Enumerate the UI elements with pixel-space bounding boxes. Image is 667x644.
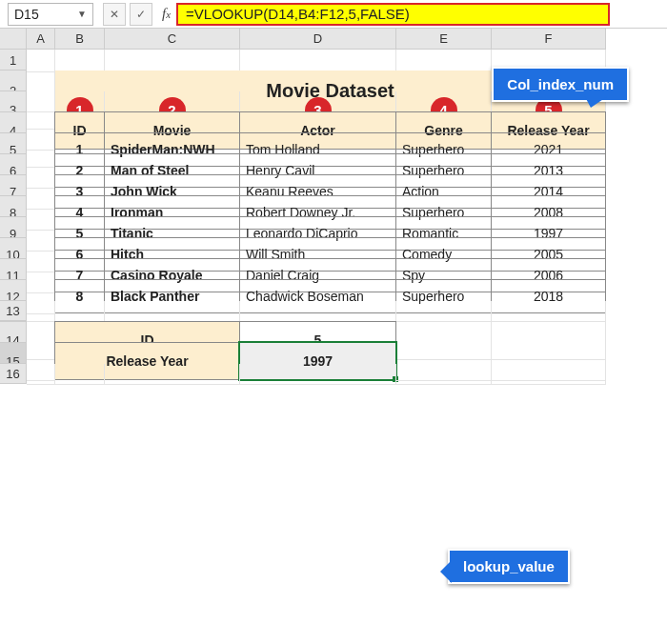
- cell[interactable]: [492, 364, 606, 385]
- formula-input[interactable]: =VLOOKUP(D14,B4:F12,5,FALSE): [176, 3, 610, 26]
- col-header-E[interactable]: E: [395, 28, 492, 50]
- cell[interactable]: [396, 364, 492, 385]
- cell[interactable]: [27, 50, 55, 72]
- callout-text: Col_index_num: [507, 76, 614, 92]
- callout-text: lookup_value: [463, 558, 555, 574]
- cell[interactable]: [27, 301, 55, 322]
- cell[interactable]: [105, 301, 240, 322]
- cell[interactable]: [240, 364, 396, 385]
- col-header-B[interactable]: B: [54, 28, 105, 50]
- callout-col-index-num: Col_index_num: [492, 67, 629, 102]
- cell[interactable]: [240, 50, 396, 72]
- col-header-D[interactable]: D: [239, 28, 396, 50]
- col-header-F[interactable]: F: [491, 28, 606, 50]
- row-header-16[interactable]: 16: [0, 363, 27, 384]
- col-header-C[interactable]: C: [104, 28, 240, 50]
- cell[interactable]: [105, 50, 240, 72]
- col-header-A[interactable]: A: [26, 28, 55, 50]
- callout-lookup-value: lookup_value: [448, 549, 570, 584]
- cancel-formula-icon[interactable]: ✕: [103, 3, 126, 26]
- formula-text: =VLOOKUP(D14,B4:F12,5,FALSE): [186, 6, 410, 22]
- cell[interactable]: [27, 364, 55, 385]
- cell[interactable]: [105, 364, 240, 385]
- name-box[interactable]: D15 ▼: [8, 3, 93, 26]
- select-all-corner[interactable]: [0, 28, 27, 50]
- accept-formula-icon[interactable]: ✓: [130, 3, 152, 26]
- row-header-13[interactable]: 13: [0, 300, 27, 321]
- chevron-down-icon[interactable]: ▼: [77, 9, 87, 19]
- fx-icon[interactable]: fx: [162, 6, 171, 22]
- row-header-1[interactable]: 1: [0, 49, 27, 71]
- cell[interactable]: [55, 301, 105, 322]
- cell[interactable]: [396, 301, 492, 322]
- name-box-value: D15: [14, 7, 39, 22]
- cell[interactable]: [55, 364, 105, 385]
- cell[interactable]: [492, 301, 606, 322]
- cell[interactable]: [396, 50, 492, 72]
- formula-bar-row: D15 ▼ ✕ ✓ fx =VLOOKUP(D14,B4:F12,5,FALSE…: [0, 0, 667, 29]
- cell[interactable]: [55, 50, 105, 72]
- cell[interactable]: [240, 301, 396, 322]
